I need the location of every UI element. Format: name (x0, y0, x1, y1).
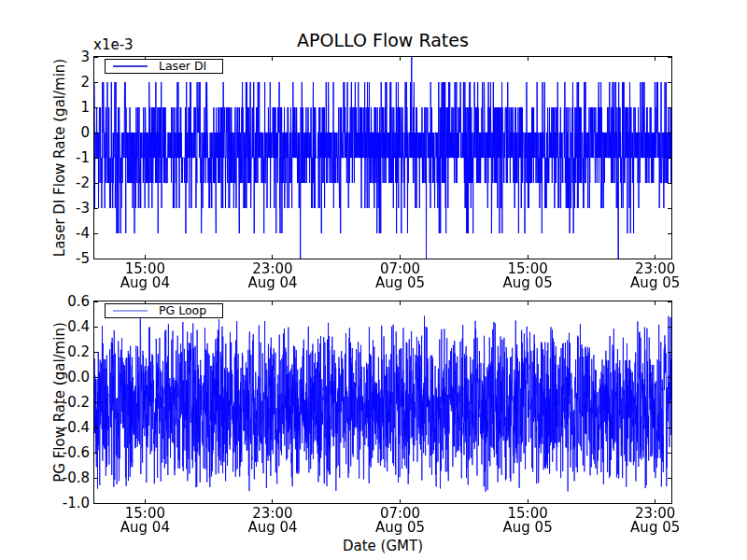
x-tick-mark-bottom (655, 499, 655, 503)
x-tick-mark-top (272, 57, 273, 61)
x-tick-label: 15:00Aug 04 (120, 507, 170, 535)
y-tick-label: -0.2 (34, 396, 90, 410)
legend-pg-loop: PG Loop (105, 303, 223, 318)
legend-line-sample-pg-loop (113, 310, 148, 312)
x-tick-label: 23:00Aug 04 (247, 507, 297, 535)
x-tick-date: Aug 04 (120, 521, 170, 535)
figure-title: APOLLO Flow Rates (93, 31, 672, 49)
y-tick-label: -0.8 (34, 471, 90, 485)
y-tick-mark-left (94, 301, 98, 302)
x-tick-mark-top (528, 57, 529, 61)
y-tick-mark-left (94, 453, 98, 454)
y-tick-label: 2 (34, 76, 90, 90)
x-tick-label: 15:00Aug 05 (503, 507, 553, 535)
x-tick-mark-bottom (528, 499, 529, 503)
x-tick-label: 15:00Aug 04 (120, 262, 170, 290)
axes-laser-di: Laser DI (93, 56, 672, 259)
y-tick-mark-right (668, 427, 671, 428)
y-tick-mark-left (94, 478, 98, 479)
x-tick-date: Aug 05 (630, 276, 680, 290)
y-tick-label: 0.6 (34, 295, 90, 309)
y-tick-mark-left (94, 327, 98, 328)
y-tick-mark-left (94, 183, 98, 184)
y-tick-mark-right (668, 208, 671, 209)
y-tick-mark-right (668, 453, 671, 454)
y-tick-mark-right (668, 352, 671, 353)
laser-di-plot-line (94, 57, 671, 259)
y-tick-mark-right (668, 133, 671, 133)
x-tick-mark-bottom (272, 499, 273, 503)
y-tick-label: 0.0 (34, 371, 90, 385)
figure: APOLLO Flow Rates x1e-3 Laser DI Flow Ra… (0, 0, 747, 560)
x-tick-date: Aug 05 (503, 276, 553, 290)
y-tick-mark-right (668, 107, 671, 108)
x-tick-label: 15:00Aug 05 (503, 262, 553, 290)
axes-pg-loop: PG Loop (93, 301, 672, 504)
xlabel-date-gmt: Date (GMT) (93, 538, 672, 554)
x-tick-date: Aug 04 (247, 276, 297, 290)
x-tick-date: Aug 05 (503, 521, 553, 535)
y-tick-mark-right (668, 301, 671, 302)
y-tick-mark-left (94, 427, 98, 428)
y-tick-label: -1.0 (34, 497, 90, 511)
y-axis-offset-label: x1e-3 (93, 36, 134, 53)
x-tick-mark-top (400, 301, 401, 305)
y-tick-mark-left (94, 158, 98, 159)
legend-label-pg-loop: PG Loop (159, 305, 206, 316)
y-tick-label: 0.4 (34, 320, 90, 334)
y-tick-mark-right (668, 478, 671, 479)
x-tick-label: 23:00Aug 05 (630, 507, 680, 535)
y-tick-label: -1 (34, 151, 90, 165)
y-tick-mark-right (668, 57, 671, 58)
y-tick-mark-right (668, 158, 671, 159)
x-tick-mark-bottom (272, 255, 273, 259)
x-tick-mark-bottom (145, 255, 146, 259)
y-tick-mark-right (668, 327, 671, 328)
y-tick-label: -4 (34, 227, 90, 241)
x-tick-label: 07:00Aug 05 (375, 507, 425, 535)
y-tick-mark-right (668, 377, 671, 378)
y-tick-label: 0 (34, 126, 90, 140)
y-tick-mark-left (94, 233, 98, 234)
y-tick-mark-right (668, 503, 671, 504)
y-tick-mark-left (94, 133, 98, 133)
y-tick-label: -0.4 (34, 421, 90, 435)
x-tick-label: 23:00Aug 04 (247, 262, 297, 290)
x-tick-date: Aug 05 (630, 521, 680, 535)
y-tick-mark-right (668, 233, 671, 234)
y-tick-label: 3 (34, 50, 90, 64)
y-tick-mark-left (94, 402, 98, 403)
y-tick-mark-left (94, 259, 98, 259)
x-tick-date: Aug 04 (247, 521, 297, 535)
x-tick-date: Aug 05 (375, 276, 425, 290)
x-tick-mark-bottom (655, 255, 655, 259)
y-tick-mark-left (94, 82, 98, 83)
y-tick-mark-left (94, 57, 98, 58)
x-tick-mark-bottom (400, 255, 401, 259)
y-tick-mark-left (94, 208, 98, 209)
x-tick-label: 23:00Aug 05 (630, 262, 680, 290)
x-tick-mark-top (655, 301, 655, 305)
x-tick-mark-top (400, 57, 401, 61)
x-tick-mark-bottom (400, 499, 401, 503)
x-tick-mark-bottom (145, 499, 146, 503)
y-tick-mark-left (94, 352, 98, 353)
y-tick-label: 0.2 (34, 345, 90, 359)
y-tick-mark-left (94, 503, 98, 504)
x-tick-date: Aug 05 (375, 521, 425, 535)
y-tick-label: 1 (34, 101, 90, 115)
y-tick-mark-left (94, 107, 98, 108)
legend-label-laser-di: Laser DI (159, 61, 206, 72)
y-tick-mark-right (668, 183, 671, 184)
legend-laser-di: Laser DI (105, 59, 223, 74)
x-tick-mark-top (528, 301, 529, 305)
x-tick-label: 07:00Aug 05 (375, 262, 425, 290)
legend-line-sample-laser-di (113, 65, 148, 67)
y-tick-mark-right (668, 82, 671, 83)
y-tick-mark-right (668, 259, 671, 259)
y-tick-label: -5 (34, 252, 90, 266)
y-tick-mark-right (668, 402, 671, 403)
x-tick-mark-bottom (528, 255, 529, 259)
pg-loop-plot-line (94, 301, 671, 503)
y-tick-label: -0.6 (34, 446, 90, 460)
